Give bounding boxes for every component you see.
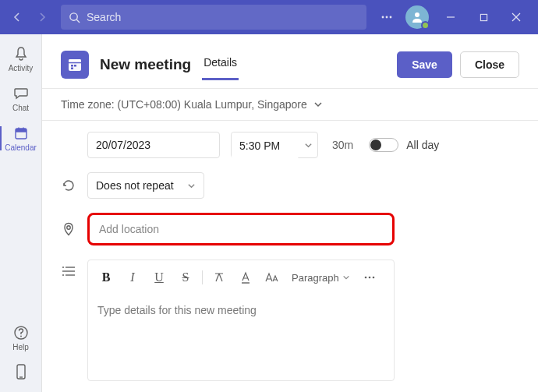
timezone-selector[interactable]: Time zone: (UTC+08:00) Kuala Lumpur, Sin… <box>42 89 538 120</box>
font-color-button[interactable] <box>234 267 257 288</box>
svg-rect-19 <box>17 365 25 379</box>
close-button[interactable]: Close <box>460 51 519 78</box>
chevron-down-icon <box>342 274 350 281</box>
sidebar-item-help[interactable]: Help <box>0 318 42 358</box>
page-header: New meeting Details Save Close <box>42 34 538 80</box>
svg-line-1 <box>76 19 80 23</box>
calendar-app-icon <box>61 51 89 79</box>
svg-rect-24 <box>71 65 73 67</box>
duration-label: 30m <box>332 139 353 151</box>
person-icon <box>411 11 423 23</box>
tab-details[interactable]: Details <box>202 53 239 80</box>
location-placeholder: Add location <box>99 223 159 235</box>
svg-point-2 <box>382 16 384 19</box>
allday-toggle[interactable] <box>369 138 398 152</box>
chat-icon <box>12 85 30 102</box>
highlight-button[interactable] <box>207 267 231 288</box>
sidebar-item-label: Calendar <box>5 143 37 152</box>
toggle-knob <box>370 139 381 150</box>
titlebar: Search <box>0 0 538 34</box>
search-placeholder: Search <box>87 11 121 23</box>
close-window-button[interactable] <box>501 0 532 34</box>
content: New meeting Details Save Close Time zone… <box>42 34 538 392</box>
time-input[interactable]: 5:30 PM <box>232 132 299 159</box>
italic-button[interactable]: I <box>121 267 144 288</box>
svg-point-34 <box>364 277 366 279</box>
description-icon <box>61 266 76 277</box>
sidebar-item-label: Chat <box>12 104 29 112</box>
nav-forward-button[interactable] <box>31 6 53 28</box>
paragraph-label: Paragraph <box>292 272 339 284</box>
timezone-text: Time zone: (UTC+08:00) Kuala Lumpur, Sin… <box>61 98 307 111</box>
details-row: B I U S <box>61 260 519 381</box>
minimize-button[interactable] <box>435 0 466 34</box>
ellipsis-icon <box>381 16 392 19</box>
maximize-button[interactable] <box>468 0 499 34</box>
editor-placeholder: Type details for this new meeting <box>97 304 257 316</box>
allday-label: All day <box>406 139 439 151</box>
repeat-icon <box>61 178 76 192</box>
sidebar-item-device[interactable] <box>0 358 42 392</box>
paragraph-style-select[interactable]: Paragraph <box>287 269 355 287</box>
sidebar: Activity Chat Calendar Help <box>0 34 42 392</box>
chevron-down-icon <box>304 141 313 150</box>
svg-point-35 <box>368 277 370 279</box>
font-color-icon <box>239 271 252 284</box>
date-input[interactable]: 20/07/2023 <box>87 132 220 158</box>
ellipsis-icon <box>364 276 375 279</box>
details-editor: B I U S <box>87 260 395 381</box>
more-button[interactable] <box>374 0 399 34</box>
time-value: 5:30 PM <box>239 139 280 152</box>
chevron-right-icon <box>37 12 47 22</box>
strikethrough-button[interactable]: S <box>174 267 197 288</box>
svg-rect-25 <box>74 65 76 67</box>
more-formatting-button[interactable] <box>358 267 381 288</box>
svg-point-3 <box>386 16 388 19</box>
svg-rect-7 <box>480 14 487 20</box>
maximize-icon <box>480 13 488 22</box>
editor-textarea[interactable]: Type details for this new meeting <box>88 295 394 380</box>
save-button[interactable]: Save <box>397 51 452 78</box>
chevron-down-icon <box>187 182 196 190</box>
datetime-row: 20/07/2023 5:30 PM 30m All day <box>61 132 519 158</box>
svg-point-5 <box>415 12 419 17</box>
search-icon <box>69 12 80 23</box>
sidebar-item-calendar[interactable]: Calendar <box>0 118 42 158</box>
minimize-icon <box>446 12 455 22</box>
page-title: New meeting <box>100 56 191 73</box>
bell-icon <box>12 45 30 62</box>
svg-point-32 <box>62 274 64 276</box>
svg-point-18 <box>20 336 22 337</box>
calendar-icon <box>12 125 30 142</box>
help-icon <box>12 324 30 341</box>
svg-point-27 <box>67 226 70 229</box>
chevron-down-icon <box>313 100 323 109</box>
device-icon <box>12 364 30 381</box>
highlight-icon <box>213 271 225 284</box>
svg-point-4 <box>390 16 392 19</box>
bold-button[interactable]: B <box>94 267 118 288</box>
time-dropdown-button[interactable] <box>299 132 317 157</box>
svg-rect-22 <box>69 59 81 62</box>
date-value: 20/07/2023 <box>96 139 150 151</box>
svg-rect-26 <box>71 67 73 69</box>
nav-back-button[interactable] <box>6 6 28 28</box>
location-input[interactable]: Add location <box>87 213 395 245</box>
svg-point-31 <box>62 267 64 268</box>
presence-indicator <box>421 21 430 30</box>
location-row: Add location <box>61 213 519 245</box>
font-size-button[interactable] <box>260 267 284 288</box>
repeat-select[interactable]: Does not repeat <box>87 172 204 199</box>
toolbar-separator <box>202 270 203 284</box>
sidebar-item-label: Activity <box>9 64 34 72</box>
repeat-value: Does not repeat <box>96 179 174 192</box>
search-input[interactable]: Search <box>61 5 366 30</box>
sidebar-item-chat[interactable]: Chat <box>0 79 42 118</box>
font-size-icon <box>265 272 279 283</box>
chevron-left-icon <box>12 12 22 22</box>
editor-toolbar: B I U S <box>88 260 394 295</box>
underline-button[interactable]: U <box>147 267 171 288</box>
profile-button[interactable] <box>405 5 429 29</box>
sidebar-item-activity[interactable]: Activity <box>0 39 42 79</box>
close-icon <box>511 12 521 22</box>
